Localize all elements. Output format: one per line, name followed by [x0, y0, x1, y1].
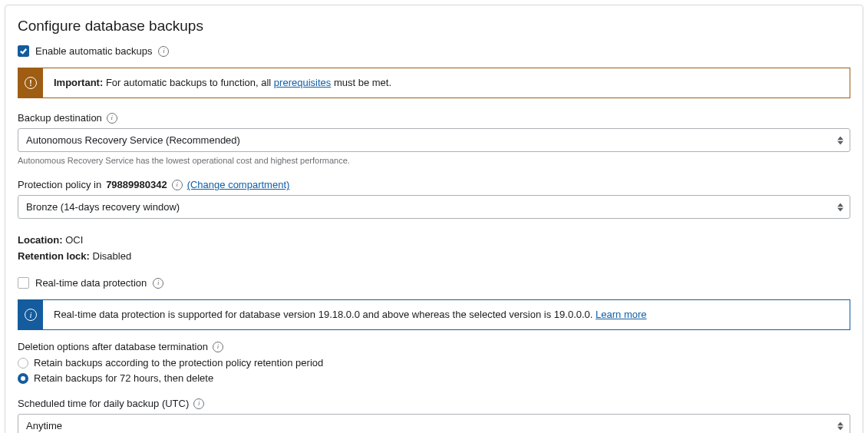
- scheduled-time-label: Scheduled time for daily backup (UTC): [18, 398, 189, 409]
- alert-info-icon-box: [18, 300, 43, 329]
- deletion-option-2-label: Retain backups for 72 hours, then delete: [34, 372, 213, 384]
- location-line: Location: OCI: [18, 234, 850, 246]
- backup-destination-label: Backup destination: [18, 112, 102, 124]
- deletion-options-label-row: Deletion options after database terminat…: [18, 341, 850, 352]
- configure-backups-panel: Configure database backups Enable automa…: [5, 5, 863, 433]
- important-text-before: For automatic backups to function, all: [103, 77, 274, 88]
- backup-destination-select[interactable]: Autonomous Recovery Service (Recommended…: [18, 128, 850, 152]
- protection-policy-select[interactable]: Bronze (14-days recovery window): [18, 195, 850, 219]
- deletion-options-radio-group: Retain backups according to the protecti…: [18, 357, 850, 384]
- exclamation-icon: [25, 77, 37, 89]
- enable-automatic-backups-label: Enable automatic backups: [35, 45, 152, 57]
- info-icon[interactable]: [213, 342, 223, 352]
- realtime-info-alert: Real-time data protection is supported f…: [18, 299, 850, 330]
- protection-policy-label-prefix: Protection policy in: [18, 179, 101, 190]
- protection-policy-value: Bronze (14-days recovery window): [26, 201, 180, 213]
- retention-lock-line: Retention lock: Disabled: [18, 250, 850, 262]
- protection-policy-compartment: 79889980342: [106, 179, 167, 190]
- deletion-option-1-label: Retain backups according to the protecti…: [34, 357, 323, 369]
- chevron-updown-icon: [837, 203, 843, 211]
- location-label: Location:: [18, 234, 63, 246]
- scheduled-time-value: Anytime: [26, 420, 62, 431]
- scheduled-time-label-row: Scheduled time for daily backup (UTC): [18, 398, 850, 409]
- realtime-info-text: Real-time data protection is supported f…: [54, 309, 596, 320]
- location-retention-group: Location: OCI Retention lock: Disabled: [18, 234, 850, 262]
- deletion-options-label: Deletion options after database terminat…: [18, 341, 208, 352]
- deletion-option-2-row: Retain backups for 72 hours, then delete: [18, 372, 850, 384]
- retention-lock-label: Retention lock:: [18, 250, 90, 262]
- important-prefix: Important:: [54, 77, 103, 88]
- prerequisites-link[interactable]: prerequisites: [274, 77, 331, 88]
- chevron-updown-icon: [837, 421, 843, 430]
- retention-lock-value: Disabled: [93, 250, 132, 262]
- info-icon[interactable]: [153, 278, 163, 289]
- scheduled-time-select[interactable]: Anytime: [18, 414, 850, 433]
- info-circle-icon: [25, 309, 37, 321]
- protection-policy-label-row: Protection policy in 79889980342 (Change…: [18, 179, 850, 190]
- realtime-protection-row: Real-time data protection: [18, 277, 850, 289]
- page-title: Configure database backups: [18, 18, 850, 35]
- important-text-after: must be met.: [331, 77, 391, 88]
- important-alert: Important: For automatic backups to func…: [18, 68, 850, 98]
- realtime-protection-label: Real-time data protection: [35, 277, 147, 289]
- realtime-protection-checkbox[interactable]: [18, 277, 29, 289]
- location-value: OCI: [65, 234, 83, 246]
- info-icon[interactable]: [107, 113, 117, 124]
- info-icon[interactable]: [193, 398, 204, 409]
- backup-destination-value: Autonomous Recovery Service (Recommended…: [26, 134, 240, 146]
- backup-destination-helper: Autonomous Recovery Service has the lowe…: [18, 156, 850, 165]
- change-compartment-link[interactable]: (Change compartment): [187, 179, 290, 190]
- learn-more-link[interactable]: Learn more: [596, 309, 646, 320]
- deletion-option-1-row: Retain backups according to the protecti…: [18, 357, 850, 369]
- backup-destination-label-row: Backup destination: [18, 112, 850, 124]
- deletion-option-1-radio[interactable]: [18, 358, 28, 369]
- info-icon[interactable]: [172, 180, 183, 190]
- alert-warn-icon-box: [18, 68, 43, 98]
- info-icon[interactable]: [158, 46, 169, 57]
- deletion-option-2-radio[interactable]: [18, 373, 28, 384]
- enable-automatic-backups-checkbox[interactable]: [18, 45, 29, 57]
- enable-automatic-backups-row: Enable automatic backups: [18, 45, 850, 57]
- realtime-info-body: Real-time data protection is supported f…: [43, 300, 850, 329]
- chevron-updown-icon: [837, 136, 843, 144]
- important-alert-body: Important: For automatic backups to func…: [43, 68, 850, 98]
